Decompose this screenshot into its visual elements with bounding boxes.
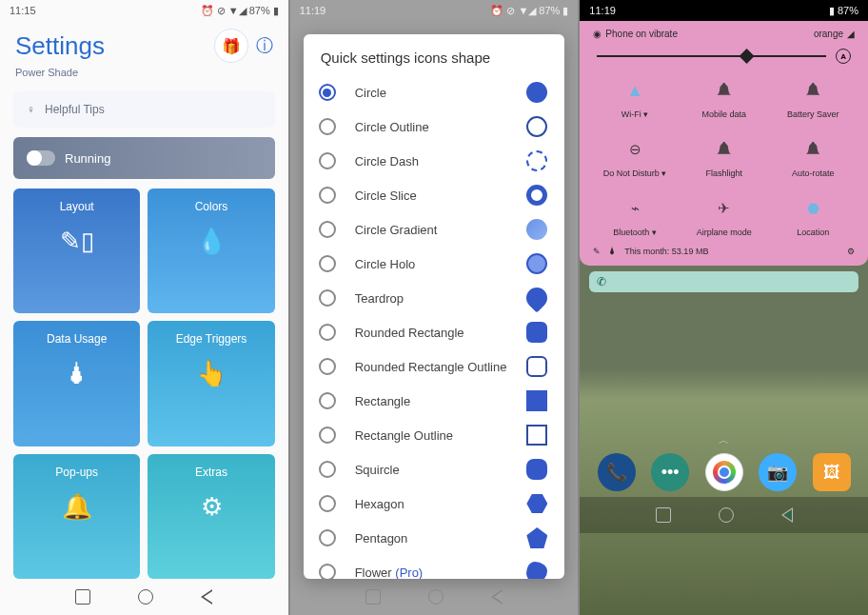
dialog-title: Quick settings icons shape bbox=[304, 34, 565, 75]
bell-icon bbox=[712, 77, 737, 104]
shape-dialog-screen: 11:19 ⏰ ⊘ ▼◢ 87% ▮ Quick settings icons … bbox=[290, 0, 579, 615]
option-rectangle-outline[interactable]: Rectangle Outline bbox=[304, 418, 565, 452]
camera-app[interactable]: 📷 bbox=[759, 453, 797, 491]
bell-icon bbox=[712, 136, 737, 163]
home-button[interactable] bbox=[719, 507, 734, 523]
home-button[interactable] bbox=[428, 589, 444, 605]
back-button[interactable] bbox=[201, 589, 212, 605]
option-rounded-rectangle[interactable]: Rounded Rectangle bbox=[304, 315, 565, 349]
radio-icon bbox=[319, 152, 336, 169]
slider-track bbox=[597, 55, 826, 57]
option-hexagon[interactable]: Hexagon bbox=[304, 486, 565, 521]
tile-flashlight[interactable]: Flashlight bbox=[684, 136, 764, 178]
status-bar: 11:19 ⏰ ⊘ ▼◢ 87% ▮ bbox=[290, 0, 579, 21]
recents-button[interactable] bbox=[75, 589, 90, 605]
back-button[interactable] bbox=[781, 507, 793, 523]
settings-grid: Layout✎▯ Colors💧 Data Usage🌢 Edge Trigge… bbox=[0, 188, 288, 579]
hexagon-icon bbox=[526, 493, 547, 514]
radio-icon bbox=[319, 324, 336, 341]
radio-icon bbox=[319, 427, 336, 444]
clock: 11:19 bbox=[589, 5, 616, 16]
nav-bar bbox=[290, 579, 579, 615]
card-extras[interactable]: Extras⚙ bbox=[148, 454, 274, 579]
tile-dnd[interactable]: ⊖Do Not Disturb ▾ bbox=[595, 136, 675, 178]
option-circle-outline[interactable]: Circle Outline bbox=[304, 109, 565, 144]
rectangle-icon bbox=[526, 390, 547, 411]
whatsapp-notification[interactable]: ✆ bbox=[589, 271, 858, 292]
page-title: Settings bbox=[15, 31, 214, 61]
card-colors[interactable]: Colors💧 bbox=[148, 188, 274, 313]
pencil-ruler-icon: ✎▯ bbox=[60, 227, 94, 256]
option-circle-slice[interactable]: Circle Slice bbox=[304, 178, 565, 212]
vibrate-icon: ◉ bbox=[593, 29, 602, 39]
gallery-app[interactable]: 🖼 bbox=[813, 453, 851, 491]
teardrop-icon bbox=[523, 283, 552, 312]
circle-dash-icon bbox=[526, 150, 547, 171]
signal-icon: ◢ bbox=[847, 29, 855, 39]
qs-panel: ◉ Phone on vibrate orange ◢ A ▲Wi-Fi ▾ M… bbox=[580, 21, 868, 266]
radio-icon bbox=[319, 221, 336, 238]
tile-battery-saver[interactable]: Battery Saver bbox=[773, 77, 853, 119]
messages-app[interactable]: ••• bbox=[651, 453, 689, 491]
tile-bluetooth[interactable]: ⌁Bluetooth ▾ bbox=[595, 195, 675, 237]
tile-location[interactable]: ⬣Location bbox=[773, 195, 853, 237]
tip-icon: ♀ bbox=[27, 103, 35, 116]
back-button[interactable] bbox=[491, 589, 503, 605]
phone-app[interactable]: 📞 bbox=[598, 453, 636, 491]
card-edge-triggers[interactable]: Edge Triggers👆 bbox=[148, 321, 274, 446]
status-bar: 11:19 ▮ 87% bbox=[580, 0, 868, 21]
option-circle-dash[interactable]: Circle Dash bbox=[304, 144, 565, 178]
dnd-icon: ⊖ bbox=[622, 136, 647, 163]
nav-bar bbox=[580, 497, 868, 533]
recents-button[interactable] bbox=[656, 507, 671, 523]
subtitle: Power Shade bbox=[0, 67, 288, 88]
option-teardrop[interactable]: Teardrop bbox=[304, 281, 565, 315]
gift-button[interactable]: 🎁 bbox=[214, 29, 248, 63]
card-popups[interactable]: Pop-ups🔔 bbox=[13, 454, 140, 579]
tile-mobile-data[interactable]: Mobile data bbox=[684, 77, 764, 119]
chevron-up-icon[interactable]: ︿ bbox=[580, 433, 868, 447]
running-toggle[interactable] bbox=[27, 150, 55, 166]
slider-thumb[interactable] bbox=[740, 49, 755, 64]
shape-dialog: Quick settings icons shape Circle Circle… bbox=[304, 34, 565, 579]
tile-wifi[interactable]: ▲Wi-Fi ▾ bbox=[595, 77, 675, 119]
auto-brightness-button[interactable]: A bbox=[836, 49, 851, 64]
card-layout[interactable]: Layout✎▯ bbox=[13, 188, 140, 313]
radio-icon bbox=[319, 187, 336, 204]
option-rounded-rectangle-outline[interactable]: Rounded Rectangle Outline bbox=[304, 349, 565, 384]
edit-icon[interactable]: ✎ bbox=[593, 247, 601, 256]
settings-icon[interactable]: ⚙ bbox=[847, 247, 855, 256]
radio-icon bbox=[319, 529, 336, 546]
option-flower[interactable]: Flower (Pro) bbox=[304, 555, 565, 579]
radio-icon bbox=[319, 84, 336, 101]
option-rectangle[interactable]: Rectangle bbox=[304, 384, 565, 418]
option-pentagon[interactable]: Pentagon bbox=[304, 521, 565, 555]
running-card[interactable]: Running bbox=[13, 137, 275, 179]
recents-button[interactable] bbox=[365, 589, 381, 605]
chrome-app[interactable] bbox=[705, 453, 743, 491]
tips-label: Helpful Tips bbox=[45, 103, 105, 116]
dock: 📞 ••• 📷 🖼 bbox=[580, 447, 868, 497]
tile-auto-rotate[interactable]: Auto-rotate bbox=[773, 136, 853, 178]
clock: 11:19 bbox=[300, 5, 326, 16]
option-circle-holo[interactable]: Circle Holo bbox=[304, 247, 565, 281]
squircle-icon bbox=[526, 459, 547, 480]
option-circle-gradient[interactable]: Circle Gradient bbox=[304, 212, 565, 247]
panel-footer: ✎ 🌢 This month: 53.19 MB ⚙ bbox=[593, 247, 855, 256]
circle-icon bbox=[526, 82, 547, 103]
card-data-usage[interactable]: Data Usage🌢 bbox=[13, 321, 140, 446]
radio-icon bbox=[319, 564, 336, 579]
status-icons: ⏰ ⊘ ▼◢ 87% ▮ bbox=[490, 5, 568, 17]
info-icon[interactable]: ⓘ bbox=[256, 34, 273, 57]
nav-bar bbox=[0, 579, 288, 615]
bluetooth-icon: ⌁ bbox=[622, 195, 647, 222]
tile-airplane[interactable]: ✈Airplane mode bbox=[684, 195, 764, 237]
status-icons: ⏰ ⊘ ▼◢ 87% ▮ bbox=[201, 5, 279, 17]
brightness-slider[interactable]: A bbox=[597, 49, 851, 64]
option-circle[interactable]: Circle bbox=[304, 75, 565, 109]
circle-slice-icon bbox=[526, 185, 547, 206]
option-squircle[interactable]: Squircle bbox=[304, 452, 565, 486]
home-button[interactable] bbox=[138, 589, 153, 605]
circle-holo-icon bbox=[526, 253, 547, 274]
helpful-tips-card[interactable]: ♀ Helpful Tips bbox=[13, 91, 275, 128]
